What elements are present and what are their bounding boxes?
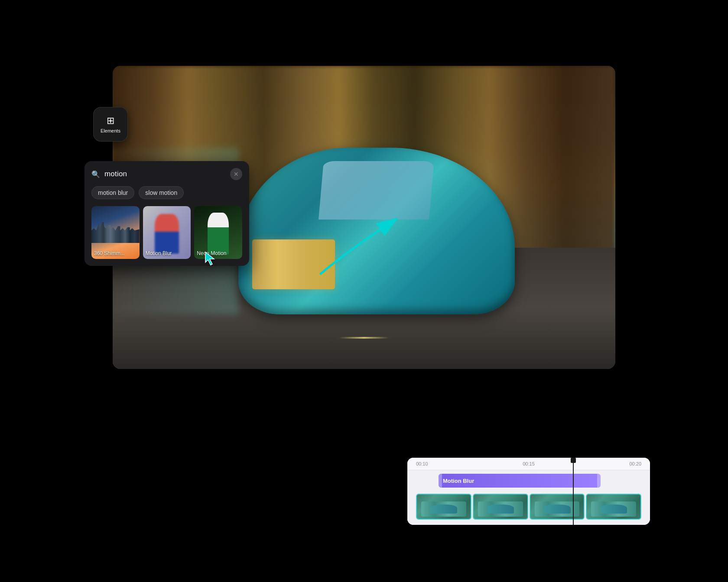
clip-car-shape-1 bbox=[430, 504, 457, 514]
result-label-1: 360 Shimm... bbox=[94, 250, 137, 256]
effect-handle-right[interactable] bbox=[597, 474, 601, 488]
suggestion-chips: motion blur slow motion bbox=[91, 186, 242, 199]
result-item-1[interactable]: 360 Shimm... bbox=[91, 206, 140, 259]
clip-thumbnail-2 bbox=[474, 495, 527, 519]
chip-slow-motion[interactable]: slow motion bbox=[139, 186, 184, 199]
playhead[interactable] bbox=[573, 458, 574, 525]
clip-car-shape-2 bbox=[487, 504, 514, 514]
elements-icon: ⊞ bbox=[107, 115, 114, 126]
clip-thumbnail-1 bbox=[417, 495, 471, 519]
clip-thumbnail-4 bbox=[587, 495, 640, 519]
result-label-3: Neon Motion bbox=[197, 250, 240, 256]
search-icon: 🔍 bbox=[91, 170, 100, 178]
search-panel: 🔍 motion ✕ motion blur slow motion 360 S… bbox=[84, 161, 249, 266]
clip-thumbnail-3 bbox=[530, 495, 584, 519]
teal-pointer-arrow bbox=[312, 217, 399, 284]
car-windshield bbox=[318, 161, 434, 220]
timeline-ruler: 00:10 00:15 00:20 bbox=[407, 458, 650, 470]
chip-label: motion blur bbox=[98, 189, 128, 196]
result-item-3[interactable]: Neon Motion bbox=[194, 206, 242, 259]
effect-handle-left[interactable] bbox=[439, 474, 442, 488]
video-track bbox=[407, 491, 650, 525]
timeline-panel: 00:10 00:15 00:20 Motion Blur bbox=[407, 458, 650, 525]
chip-motion-blur[interactable]: motion blur bbox=[91, 186, 134, 199]
video-clip-2[interactable] bbox=[473, 494, 528, 520]
search-bar: 🔍 motion ✕ bbox=[91, 168, 242, 180]
person-graphic bbox=[155, 214, 179, 253]
clear-icon: ✕ bbox=[234, 171, 239, 178]
result-label-2: Motion Blur bbox=[146, 250, 188, 256]
elements-panel[interactable]: ⊞ Elements bbox=[93, 107, 128, 142]
dancer-graphic bbox=[208, 213, 229, 255]
effect-bar-label: Motion Blur bbox=[443, 478, 474, 484]
time-marker-1: 00:10 bbox=[416, 461, 428, 466]
effect-bar[interactable]: Motion Blur bbox=[439, 474, 601, 488]
result-item-2[interactable]: Motion Blur bbox=[143, 206, 191, 259]
cityscape-graphic bbox=[91, 222, 140, 243]
video-clip-1[interactable] bbox=[416, 494, 471, 520]
clip-car-shape-3 bbox=[543, 504, 570, 514]
chip-label: slow motion bbox=[145, 189, 177, 196]
video-clip-3[interactable] bbox=[530, 494, 585, 520]
results-grid: 360 Shimm... Motion Blur Neon Motion bbox=[91, 206, 242, 259]
elements-label: Elements bbox=[101, 128, 120, 133]
main-scene: ⊞ Elements 🔍 motion ✕ motion blur slow m… bbox=[61, 31, 667, 551]
clip-car-4 bbox=[591, 501, 636, 517]
clip-car-2 bbox=[478, 501, 523, 517]
search-query-text[interactable]: motion bbox=[104, 170, 226, 178]
video-clip-4[interactable] bbox=[586, 494, 641, 520]
clip-car-shape-4 bbox=[600, 504, 627, 514]
time-marker-3: 00:20 bbox=[629, 461, 641, 466]
time-marker-2: 00:15 bbox=[523, 461, 535, 466]
effect-track: Motion Blur bbox=[407, 470, 650, 491]
clear-search-button[interactable]: ✕ bbox=[230, 168, 242, 180]
clip-car-1 bbox=[421, 501, 466, 517]
